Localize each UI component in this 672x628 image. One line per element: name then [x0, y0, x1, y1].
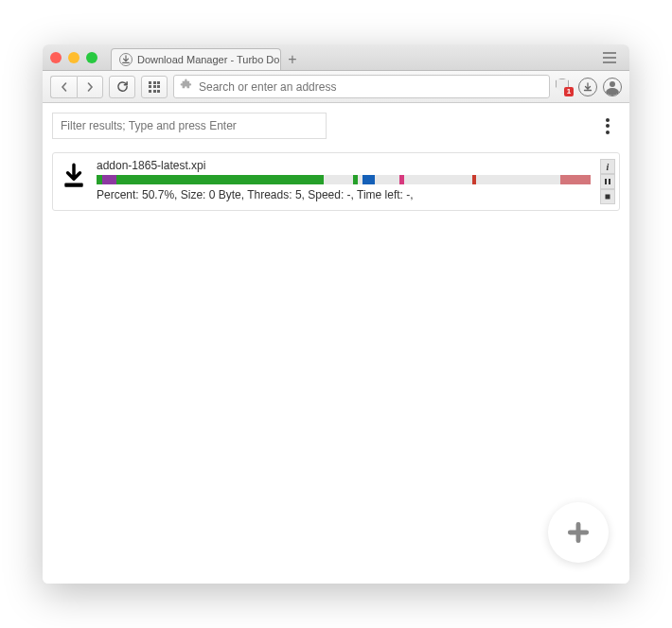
info-button[interactable]: i	[600, 159, 615, 174]
download-body: addon-1865-latest.xpi Percent: 50.7%, Si…	[97, 159, 591, 201]
download-status: Percent: 50.7%, Size: 0 Byte, Threads: 5…	[97, 188, 591, 201]
tab-title: Download Manager - Turbo Do	[137, 54, 279, 65]
stop-icon	[604, 193, 611, 201]
maximize-window-button[interactable]	[86, 52, 97, 63]
download-actions: i	[600, 159, 615, 204]
svg-rect-1	[605, 179, 607, 184]
nav-group	[50, 76, 103, 98]
close-window-button[interactable]	[50, 52, 62, 63]
filter-row	[52, 113, 620, 139]
account-button[interactable]	[603, 78, 622, 96]
svg-rect-2	[609, 179, 610, 184]
tab-strip: Download Manager - Turbo Do +	[111, 44, 304, 70]
progress-segment	[375, 175, 399, 184]
forward-button[interactable]	[77, 76, 103, 98]
stop-button[interactable]	[600, 189, 615, 204]
toolbar-right: 1	[556, 78, 622, 96]
add-download-button[interactable]	[548, 502, 609, 563]
download-filename: addon-1865-latest.xpi	[97, 159, 591, 172]
minimize-window-button[interactable]	[68, 52, 80, 63]
back-button[interactable]	[50, 76, 77, 98]
page-content: addon-1865-latest.xpi Percent: 50.7%, Si…	[43, 103, 629, 584]
apps-icon	[149, 81, 160, 93]
url-bar[interactable]	[173, 75, 550, 98]
shield-button[interactable]: 1	[556, 78, 573, 96]
filter-input[interactable]	[52, 113, 327, 139]
svg-rect-0	[64, 183, 82, 187]
pause-icon	[604, 178, 611, 185]
apps-button[interactable]	[141, 76, 168, 98]
new-tab-button[interactable]: +	[281, 49, 304, 70]
progress-segment	[476, 175, 560, 184]
download-file-icon	[61, 159, 87, 189]
download-tab-icon	[119, 53, 133, 66]
progress-segment	[116, 175, 324, 184]
browser-tab[interactable]: Download Manager - Turbo Do	[111, 48, 281, 70]
pause-button[interactable]	[600, 174, 615, 189]
more-menu-button[interactable]	[601, 118, 620, 134]
download-icon	[583, 82, 592, 92]
progress-segment	[324, 175, 353, 184]
progress-segment	[560, 175, 591, 184]
plus-icon	[566, 520, 591, 545]
download-item: addon-1865-latest.xpi Percent: 50.7%, Si…	[52, 152, 620, 211]
shield-badge: 1	[564, 87, 574, 96]
titlebar: Download Manager - Turbo Do +	[43, 44, 629, 71]
svg-rect-3	[606, 195, 610, 200]
progress-segment	[102, 175, 116, 184]
reload-button[interactable]	[109, 76, 135, 98]
window-controls	[50, 52, 97, 63]
address-input[interactable]	[199, 80, 543, 94]
browser-window: Download Manager - Turbo Do +	[43, 44, 629, 584]
progress-segment	[363, 175, 375, 184]
progress-bar	[97, 175, 591, 184]
menu-button[interactable]	[597, 48, 622, 67]
toolbar: 1	[43, 71, 629, 103]
extension-icon	[180, 78, 193, 96]
progress-segment	[404, 175, 472, 184]
downloads-button[interactable]	[578, 78, 597, 96]
